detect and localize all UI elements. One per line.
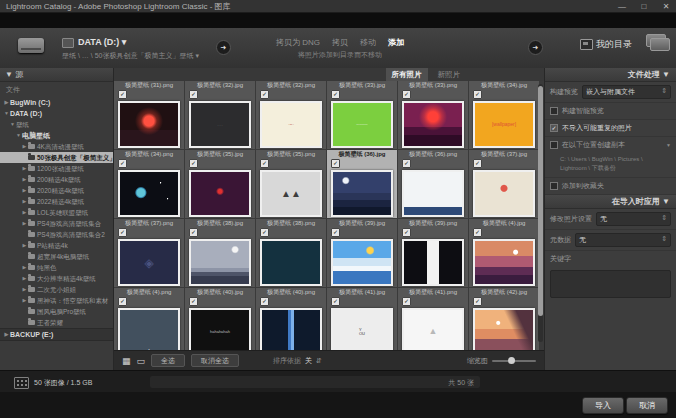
grid-scrollbar[interactable] <box>538 84 543 342</box>
import-method[interactable]: 添加 <box>388 37 404 48</box>
minimize-button[interactable]: — <box>616 0 628 13</box>
keywords-input[interactable] <box>550 270 671 298</box>
deselect-all-button[interactable]: 取消全选 <box>191 354 239 367</box>
disclosure-arrow-icon[interactable]: ▶ <box>21 185 28 196</box>
grid-cell[interactable]: 极简壁纸 (34).jpg✓[wallpaper] <box>469 81 539 149</box>
tree-item[interactable]: ▶大分辨率精选4k壁纸 <box>0 273 113 284</box>
second-copy-checkbox[interactable] <box>550 141 558 149</box>
grid-cell[interactable]: 极简壁纸 (38).jpg✓ <box>185 219 255 287</box>
smart-preview-checkbox[interactable] <box>550 107 558 115</box>
cell-checkbox[interactable]: ✓ <box>189 159 198 168</box>
grid-cell[interactable]: 极简壁纸 (37).jpg✓ <box>469 150 539 218</box>
cell-checkbox[interactable]: ✓ <box>402 228 411 237</box>
add-collection-checkbox[interactable] <box>550 182 558 190</box>
tree-item[interactable]: ▼壁纸 <box>0 119 113 130</box>
cell-checkbox[interactable]: ✓ <box>473 228 482 237</box>
tree-item[interactable]: ▶2022精选4k壁纸 <box>0 196 113 207</box>
cell-checkbox[interactable]: ✓ <box>118 297 127 306</box>
disclosure-arrow-icon[interactable]: ▶ <box>21 284 28 295</box>
tree-item[interactable]: ▶4K高清动漫壁纸 <box>0 141 113 152</box>
cell-checkbox[interactable]: ✓ <box>473 297 482 306</box>
tree-item[interactable]: ▶二次元小姐姐 <box>0 284 113 295</box>
disclosure-arrow-icon[interactable]: ▼ <box>15 130 22 141</box>
grid-cell[interactable]: 极简壁纸 (39).jpg✓ <box>327 219 397 287</box>
cell-checkbox[interactable]: ✓ <box>118 159 127 168</box>
import-method[interactable]: 移动 <box>360 37 376 48</box>
grid-cell[interactable]: 极简壁纸 (37).png✓◈ <box>114 219 184 287</box>
close-button[interactable]: ✕ <box>660 0 672 13</box>
grid-cell[interactable]: 极简壁纸 (42).jpg✓ <box>469 288 539 350</box>
tree-item[interactable]: 国风电脑Pro壁纸 <box>0 306 113 317</box>
source-panel-header[interactable]: ▼ 源 <box>0 68 113 82</box>
disclosure-arrow-icon[interactable]: ▶ <box>21 163 28 174</box>
cell-checkbox[interactable]: ✓ <box>260 297 269 306</box>
disclosure-arrow-icon[interactable]: ▶ <box>21 240 28 251</box>
disclosure-arrow-icon[interactable]: ▶ <box>3 329 10 340</box>
cell-checkbox[interactable]: ✓ <box>118 228 127 237</box>
import-button[interactable]: 导入 <box>582 397 624 414</box>
tree-item[interactable]: ▶2020精选4k壁纸 <box>0 185 113 196</box>
second-copy-caret-icon[interactable]: ▼ <box>666 142 671 148</box>
metadata-select[interactable]: 无 ⇕ <box>575 233 671 247</box>
grid-cell[interactable]: 极简壁纸 (36).png✓▌▐▌ <box>398 150 468 218</box>
tree-item[interactable]: ▶BACKUP (E:) <box>0 328 113 341</box>
cell-checkbox[interactable]: ✓ <box>260 159 269 168</box>
grid-cell[interactable]: 极简壁纸 (36).jpg✓ <box>327 150 397 218</box>
grid-cell[interactable]: 极简壁纸 (35).jpg✓ <box>185 150 255 218</box>
cell-checkbox[interactable]: ✓ <box>473 159 482 168</box>
grid-cell[interactable]: 极简壁纸 (41).png✓▲ <box>398 288 468 350</box>
disclosure-arrow-icon[interactable]: ▶ <box>21 295 28 306</box>
grid-cell[interactable]: 极简壁纸 (32).png✓·~· <box>256 81 326 149</box>
cancel-button[interactable]: 取消 <box>626 397 668 414</box>
tree-item[interactable]: ▶纯黑色 <box>0 262 113 273</box>
cell-checkbox[interactable]: ✓ <box>331 159 340 168</box>
disclosure-arrow-icon[interactable]: ▶ <box>3 97 10 108</box>
sort-value[interactable]: 关 <box>305 356 312 366</box>
disclosure-arrow-icon[interactable]: ▼ <box>9 119 16 130</box>
destination-name[interactable]: 我的目录 <box>596 38 632 51</box>
thumb-size-slider[interactable] <box>492 360 536 362</box>
no-duplicates-checkbox[interactable]: ✓ <box>550 124 558 132</box>
select-all-button[interactable]: 全选 <box>151 354 185 367</box>
grid-cell[interactable]: 极简壁纸 (32).jpg✓··· <box>185 81 255 149</box>
cell-checkbox[interactable]: ✓ <box>118 90 127 99</box>
cell-checkbox[interactable]: ✓ <box>402 159 411 168</box>
tree-item[interactable]: ▼电脑壁纸 <box>0 130 113 141</box>
cell-checkbox[interactable]: ✓ <box>331 90 340 99</box>
grid-cell[interactable]: 极简壁纸 (40).jpg✓hahahahah <box>185 288 255 350</box>
grid-tab[interactable]: 所有照片 <box>386 68 428 81</box>
grid-cell[interactable]: 极简壁纸 (31).png✓ <box>114 81 184 149</box>
import-method[interactable]: 拷贝 <box>332 37 348 48</box>
grid-cell[interactable]: 极简壁纸 (34).png✓ <box>114 150 184 218</box>
tree-item[interactable]: ▶黑神话：悟空壁纸和素材 <box>0 295 113 306</box>
grid-tab[interactable]: 新照片 <box>432 68 467 81</box>
cell-checkbox[interactable]: ✓ <box>402 90 411 99</box>
grid-cell[interactable]: 极简壁纸 (40).png✓ <box>256 288 326 350</box>
grid-cell[interactable]: 极简壁纸 (39).png✓ <box>398 219 468 287</box>
disclosure-arrow-icon[interactable]: ▶ <box>21 196 28 207</box>
cell-checkbox[interactable]: ✓ <box>260 228 269 237</box>
disclosure-arrow-icon[interactable]: ▶ <box>21 273 28 284</box>
tree-item[interactable]: 超宽屏4k电脑壁纸 <box>0 251 113 262</box>
forward-arrow-left-icon[interactable]: ➜ <box>216 40 231 55</box>
tree-item[interactable]: ▶LOL英雄联盟壁纸 <box>0 207 113 218</box>
tree-item[interactable]: 王者荣耀 <box>0 317 113 328</box>
tree-item[interactable]: ▶P站精选4k <box>0 240 113 251</box>
sort-direction-icon[interactable]: ⇵ <box>316 357 322 365</box>
develop-settings-select[interactable]: 无 ⇕ <box>596 212 671 226</box>
tree-item[interactable]: ▶1200张动漫壁纸 <box>0 163 113 174</box>
file-handling-header[interactable]: 文件处理 ▼ <box>545 68 676 82</box>
disclosure-arrow-icon[interactable]: ▼ <box>3 108 10 119</box>
cell-checkbox[interactable]: ✓ <box>331 297 340 306</box>
cell-checkbox[interactable]: ✓ <box>473 90 482 99</box>
cell-checkbox[interactable]: ✓ <box>331 228 340 237</box>
grid-cell[interactable]: 极简壁纸 (4).png✓▴ <box>114 288 184 350</box>
disclosure-arrow-icon[interactable]: ▶ <box>21 218 28 229</box>
tree-item[interactable]: 50张极具创意「极简主义」壁纸 <box>0 152 113 163</box>
disclosure-arrow-icon[interactable]: ▶ <box>21 207 28 218</box>
grid-cell[interactable]: 极简壁纸 (4).jpg✓ <box>469 219 539 287</box>
source-path[interactable]: 壁纸 \ … \ 50张极具创意「极简主义」壁纸 ▾ <box>62 51 199 61</box>
disclosure-arrow-icon[interactable]: ▶ <box>21 262 28 273</box>
tree-item[interactable]: ▶200精选4k壁纸 <box>0 174 113 185</box>
grid-cell[interactable]: 极简壁纸 (35).png✓▲▲ <box>256 150 326 218</box>
